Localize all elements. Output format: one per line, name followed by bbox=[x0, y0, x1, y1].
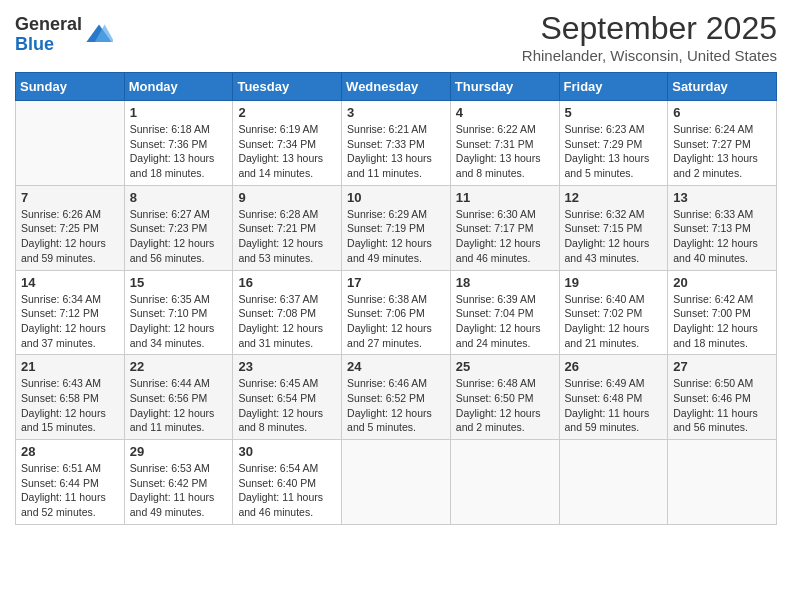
day-cell: 12Sunrise: 6:32 AMSunset: 7:15 PMDayligh… bbox=[559, 185, 668, 270]
day-info: Sunrise: 6:27 AMSunset: 7:23 PMDaylight:… bbox=[130, 207, 228, 266]
week-row-1: 1Sunrise: 6:18 AMSunset: 7:36 PMDaylight… bbox=[16, 101, 777, 186]
day-cell: 21Sunrise: 6:43 AMSunset: 6:58 PMDayligh… bbox=[16, 355, 125, 440]
day-cell: 30Sunrise: 6:54 AMSunset: 6:40 PMDayligh… bbox=[233, 440, 342, 525]
header-row: SundayMondayTuesdayWednesdayThursdayFrid… bbox=[16, 73, 777, 101]
day-info: Sunrise: 6:46 AMSunset: 6:52 PMDaylight:… bbox=[347, 376, 445, 435]
header-day-tuesday: Tuesday bbox=[233, 73, 342, 101]
day-info: Sunrise: 6:26 AMSunset: 7:25 PMDaylight:… bbox=[21, 207, 119, 266]
day-cell: 5Sunrise: 6:23 AMSunset: 7:29 PMDaylight… bbox=[559, 101, 668, 186]
day-info: Sunrise: 6:40 AMSunset: 7:02 PMDaylight:… bbox=[565, 292, 663, 351]
day-cell bbox=[342, 440, 451, 525]
day-cell bbox=[559, 440, 668, 525]
logo-general: General bbox=[15, 15, 82, 35]
day-info: Sunrise: 6:49 AMSunset: 6:48 PMDaylight:… bbox=[565, 376, 663, 435]
day-info: Sunrise: 6:54 AMSunset: 6:40 PMDaylight:… bbox=[238, 461, 336, 520]
day-info: Sunrise: 6:53 AMSunset: 6:42 PMDaylight:… bbox=[130, 461, 228, 520]
day-cell: 18Sunrise: 6:39 AMSunset: 7:04 PMDayligh… bbox=[450, 270, 559, 355]
day-number: 21 bbox=[21, 359, 119, 374]
day-cell: 27Sunrise: 6:50 AMSunset: 6:46 PMDayligh… bbox=[668, 355, 777, 440]
logo-blue: Blue bbox=[15, 35, 82, 55]
day-info: Sunrise: 6:38 AMSunset: 7:06 PMDaylight:… bbox=[347, 292, 445, 351]
day-number: 16 bbox=[238, 275, 336, 290]
day-number: 15 bbox=[130, 275, 228, 290]
day-info: Sunrise: 6:45 AMSunset: 6:54 PMDaylight:… bbox=[238, 376, 336, 435]
day-number: 10 bbox=[347, 190, 445, 205]
day-cell: 23Sunrise: 6:45 AMSunset: 6:54 PMDayligh… bbox=[233, 355, 342, 440]
month-title: September 2025 bbox=[522, 10, 777, 47]
day-number: 3 bbox=[347, 105, 445, 120]
day-cell: 24Sunrise: 6:46 AMSunset: 6:52 PMDayligh… bbox=[342, 355, 451, 440]
day-cell: 13Sunrise: 6:33 AMSunset: 7:13 PMDayligh… bbox=[668, 185, 777, 270]
day-cell bbox=[16, 101, 125, 186]
day-number: 17 bbox=[347, 275, 445, 290]
week-row-4: 21Sunrise: 6:43 AMSunset: 6:58 PMDayligh… bbox=[16, 355, 777, 440]
day-number: 19 bbox=[565, 275, 663, 290]
day-info: Sunrise: 6:33 AMSunset: 7:13 PMDaylight:… bbox=[673, 207, 771, 266]
day-info: Sunrise: 6:37 AMSunset: 7:08 PMDaylight:… bbox=[238, 292, 336, 351]
day-cell bbox=[450, 440, 559, 525]
day-cell: 11Sunrise: 6:30 AMSunset: 7:17 PMDayligh… bbox=[450, 185, 559, 270]
day-number: 13 bbox=[673, 190, 771, 205]
day-number: 7 bbox=[21, 190, 119, 205]
day-number: 14 bbox=[21, 275, 119, 290]
day-number: 5 bbox=[565, 105, 663, 120]
header-day-friday: Friday bbox=[559, 73, 668, 101]
day-number: 24 bbox=[347, 359, 445, 374]
day-info: Sunrise: 6:23 AMSunset: 7:29 PMDaylight:… bbox=[565, 122, 663, 181]
logo-icon bbox=[85, 21, 113, 49]
day-number: 25 bbox=[456, 359, 554, 374]
header-day-monday: Monday bbox=[124, 73, 233, 101]
day-info: Sunrise: 6:32 AMSunset: 7:15 PMDaylight:… bbox=[565, 207, 663, 266]
header-day-wednesday: Wednesday bbox=[342, 73, 451, 101]
day-info: Sunrise: 6:48 AMSunset: 6:50 PMDaylight:… bbox=[456, 376, 554, 435]
day-info: Sunrise: 6:29 AMSunset: 7:19 PMDaylight:… bbox=[347, 207, 445, 266]
day-cell bbox=[668, 440, 777, 525]
day-number: 23 bbox=[238, 359, 336, 374]
day-info: Sunrise: 6:21 AMSunset: 7:33 PMDaylight:… bbox=[347, 122, 445, 181]
day-number: 18 bbox=[456, 275, 554, 290]
day-cell: 20Sunrise: 6:42 AMSunset: 7:00 PMDayligh… bbox=[668, 270, 777, 355]
day-cell: 17Sunrise: 6:38 AMSunset: 7:06 PMDayligh… bbox=[342, 270, 451, 355]
day-cell: 29Sunrise: 6:53 AMSunset: 6:42 PMDayligh… bbox=[124, 440, 233, 525]
day-cell: 3Sunrise: 6:21 AMSunset: 7:33 PMDaylight… bbox=[342, 101, 451, 186]
day-info: Sunrise: 6:43 AMSunset: 6:58 PMDaylight:… bbox=[21, 376, 119, 435]
title-block: September 2025 Rhinelander, Wisconsin, U… bbox=[522, 10, 777, 64]
day-number: 1 bbox=[130, 105, 228, 120]
day-number: 2 bbox=[238, 105, 336, 120]
day-number: 27 bbox=[673, 359, 771, 374]
day-cell: 1Sunrise: 6:18 AMSunset: 7:36 PMDaylight… bbox=[124, 101, 233, 186]
day-number: 6 bbox=[673, 105, 771, 120]
day-number: 30 bbox=[238, 444, 336, 459]
calendar-table: SundayMondayTuesdayWednesdayThursdayFrid… bbox=[15, 72, 777, 525]
day-cell: 28Sunrise: 6:51 AMSunset: 6:44 PMDayligh… bbox=[16, 440, 125, 525]
day-cell: 9Sunrise: 6:28 AMSunset: 7:21 PMDaylight… bbox=[233, 185, 342, 270]
day-number: 29 bbox=[130, 444, 228, 459]
day-number: 11 bbox=[456, 190, 554, 205]
day-info: Sunrise: 6:50 AMSunset: 6:46 PMDaylight:… bbox=[673, 376, 771, 435]
day-info: Sunrise: 6:24 AMSunset: 7:27 PMDaylight:… bbox=[673, 122, 771, 181]
day-number: 26 bbox=[565, 359, 663, 374]
day-info: Sunrise: 6:42 AMSunset: 7:00 PMDaylight:… bbox=[673, 292, 771, 351]
day-cell: 15Sunrise: 6:35 AMSunset: 7:10 PMDayligh… bbox=[124, 270, 233, 355]
day-number: 22 bbox=[130, 359, 228, 374]
day-cell: 19Sunrise: 6:40 AMSunset: 7:02 PMDayligh… bbox=[559, 270, 668, 355]
day-info: Sunrise: 6:51 AMSunset: 6:44 PMDaylight:… bbox=[21, 461, 119, 520]
day-cell: 4Sunrise: 6:22 AMSunset: 7:31 PMDaylight… bbox=[450, 101, 559, 186]
day-info: Sunrise: 6:22 AMSunset: 7:31 PMDaylight:… bbox=[456, 122, 554, 181]
header-day-sunday: Sunday bbox=[16, 73, 125, 101]
day-info: Sunrise: 6:19 AMSunset: 7:34 PMDaylight:… bbox=[238, 122, 336, 181]
day-cell: 14Sunrise: 6:34 AMSunset: 7:12 PMDayligh… bbox=[16, 270, 125, 355]
day-number: 8 bbox=[130, 190, 228, 205]
day-cell: 22Sunrise: 6:44 AMSunset: 6:56 PMDayligh… bbox=[124, 355, 233, 440]
day-cell: 2Sunrise: 6:19 AMSunset: 7:34 PMDaylight… bbox=[233, 101, 342, 186]
day-number: 20 bbox=[673, 275, 771, 290]
day-number: 12 bbox=[565, 190, 663, 205]
day-cell: 16Sunrise: 6:37 AMSunset: 7:08 PMDayligh… bbox=[233, 270, 342, 355]
day-info: Sunrise: 6:18 AMSunset: 7:36 PMDaylight:… bbox=[130, 122, 228, 181]
week-row-5: 28Sunrise: 6:51 AMSunset: 6:44 PMDayligh… bbox=[16, 440, 777, 525]
day-cell: 10Sunrise: 6:29 AMSunset: 7:19 PMDayligh… bbox=[342, 185, 451, 270]
logo: General Blue bbox=[15, 15, 113, 55]
day-cell: 25Sunrise: 6:48 AMSunset: 6:50 PMDayligh… bbox=[450, 355, 559, 440]
day-info: Sunrise: 6:34 AMSunset: 7:12 PMDaylight:… bbox=[21, 292, 119, 351]
day-info: Sunrise: 6:39 AMSunset: 7:04 PMDaylight:… bbox=[456, 292, 554, 351]
